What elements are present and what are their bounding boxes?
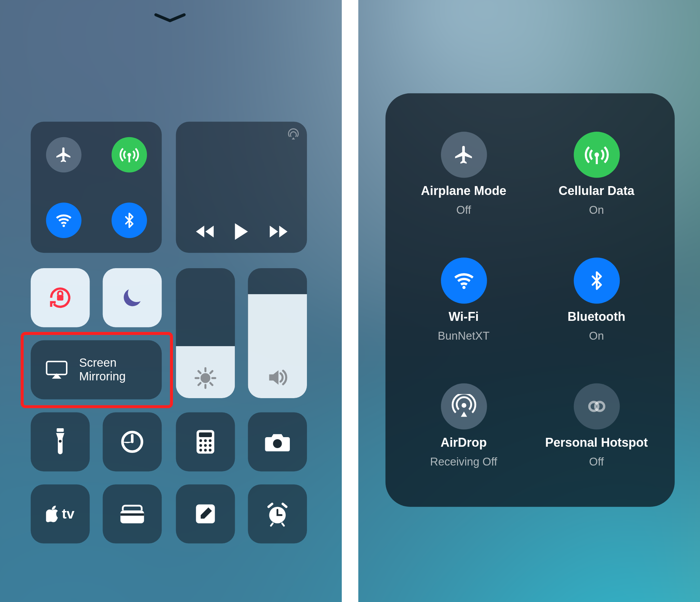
svg-line-11	[199, 383, 201, 385]
apple-tv-remote-button[interactable]: tv	[31, 484, 90, 544]
screen-mirroring-button[interactable]: ScreenMirroring	[31, 340, 162, 400]
wifi-icon	[441, 258, 487, 304]
airdrop-cell[interactable]: AirDrop Receiving Off	[397, 363, 530, 489]
flashlight-button[interactable]	[31, 412, 90, 471]
svg-line-10	[210, 383, 212, 385]
airplane-mode-toggle[interactable]	[46, 137, 81, 172]
svg-rect-14	[57, 428, 64, 432]
svg-point-28	[273, 439, 282, 448]
airplane-mode-cell[interactable]: Airplane Mode Off	[397, 111, 530, 237]
svg-rect-18	[199, 432, 212, 437]
screen-mirroring-icon	[45, 360, 68, 380]
alarm-button[interactable]	[248, 484, 307, 544]
svg-point-26	[204, 449, 207, 452]
hotspot-cell[interactable]: Personal Hotspot Off	[530, 363, 663, 489]
svg-point-4	[201, 374, 209, 382]
svg-point-24	[209, 444, 212, 447]
svg-point-25	[199, 449, 202, 452]
camera-button[interactable]	[248, 412, 307, 471]
hotspot-title: Personal Hotspot	[545, 435, 648, 449]
wifi-status: BunNetXT	[438, 330, 489, 343]
svg-rect-13	[46, 362, 67, 375]
svg-point-36	[461, 403, 466, 408]
brightness-slider[interactable]	[176, 268, 235, 398]
airdrop-icon	[441, 383, 487, 430]
apple-tv-label: tv	[62, 506, 75, 522]
svg-point-22	[199, 444, 202, 447]
bluetooth-title: Bluetooth	[568, 310, 625, 324]
svg-point-20	[204, 439, 207, 442]
svg-line-12	[210, 371, 212, 373]
airplane-status: Off	[456, 204, 471, 217]
cellular-status: On	[589, 204, 604, 217]
volume-slider[interactable]	[248, 268, 307, 398]
cellular-data-cell[interactable]: Cellular Data On	[530, 111, 663, 237]
calculator-button[interactable]	[176, 412, 235, 471]
bluetooth-icon	[574, 258, 620, 304]
svg-rect-30	[120, 513, 144, 516]
connectivity-expanded-screen: Airplane Mode Off Cellular Data On Wi-Fi…	[361, 0, 700, 602]
airplane-title: Airplane Mode	[421, 184, 507, 198]
airplay-audio-icon	[287, 128, 300, 141]
cellular-data-toggle[interactable]	[111, 137, 147, 172]
airplane-icon	[441, 132, 487, 178]
svg-point-15	[59, 440, 62, 443]
wifi-cell[interactable]: Wi-Fi BunNetXT	[397, 237, 530, 363]
media-module[interactable]	[176, 122, 307, 253]
forward-button[interactable]	[268, 224, 288, 239]
svg-point-2	[62, 224, 65, 227]
collapse-chevron-icon[interactable]	[154, 13, 186, 23]
bluetooth-cell[interactable]: Bluetooth On	[530, 237, 663, 363]
wifi-toggle[interactable]	[46, 202, 81, 238]
svg-point-19	[199, 439, 202, 442]
notes-button[interactable]	[176, 484, 235, 544]
svg-point-38	[595, 402, 604, 411]
rotation-lock-toggle[interactable]	[31, 268, 90, 327]
bluetooth-toggle[interactable]	[111, 202, 147, 238]
svg-point-27	[209, 449, 212, 452]
wallet-button[interactable]	[103, 484, 162, 544]
svg-point-35	[462, 286, 465, 289]
rewind-button[interactable]	[194, 224, 215, 239]
connectivity-module[interactable]	[31, 122, 162, 253]
airdrop-status: Receiving Off	[430, 456, 497, 469]
connectivity-panel[interactable]: Airplane Mode Off Cellular Data On Wi-Fi…	[386, 93, 675, 507]
timer-button[interactable]	[103, 412, 162, 471]
hotspot-status: Off	[589, 456, 604, 469]
svg-line-9	[199, 371, 201, 373]
bluetooth-status: On	[589, 330, 604, 343]
screen-mirroring-label: ScreenMirroring	[79, 356, 125, 383]
svg-rect-29	[120, 510, 144, 523]
play-button[interactable]	[233, 222, 250, 241]
hotspot-icon	[574, 383, 620, 430]
cellular-title: Cellular Data	[558, 184, 634, 198]
svg-point-23	[204, 444, 207, 447]
wifi-title: Wi-Fi	[448, 310, 479, 324]
cellular-icon	[574, 132, 620, 178]
control-center-screen: ScreenMirroring	[0, 0, 339, 602]
svg-point-21	[209, 439, 212, 442]
panel-divider	[342, 0, 358, 602]
svg-rect-3	[57, 295, 64, 301]
do-not-disturb-toggle[interactable]	[103, 268, 162, 327]
airdrop-title: AirDrop	[441, 435, 487, 449]
